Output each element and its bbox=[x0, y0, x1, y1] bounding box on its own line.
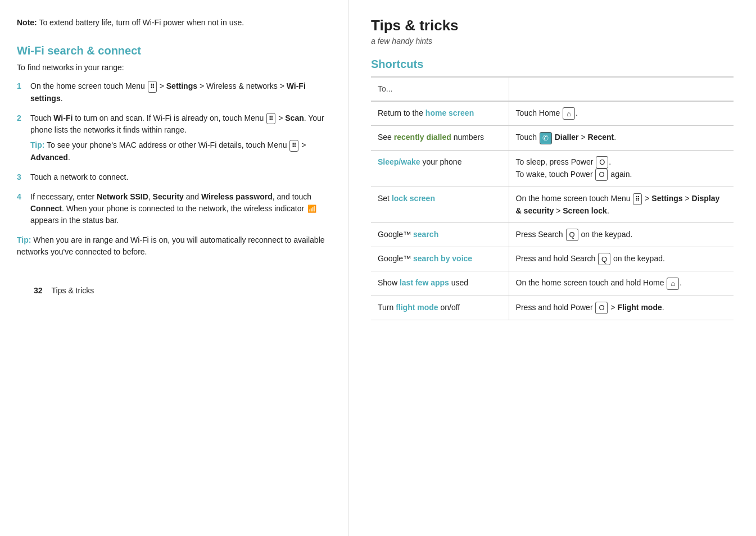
step-content-3: Touch a network to connect. bbox=[30, 171, 325, 183]
keyword-google-search: search bbox=[413, 230, 438, 239]
desc-google-search-voice: Press and hold Search Q on the keypad. bbox=[509, 247, 734, 271]
desc-lock-screen: On the home screen touch Menu ⠿ > Settin… bbox=[509, 187, 734, 223]
table-header-row: To... bbox=[371, 77, 734, 101]
step-num-4: 4 bbox=[17, 191, 26, 226]
action-sleep-wake: Sleep/wake your phone bbox=[371, 150, 509, 187]
keyword-flight-mode: flight mode bbox=[396, 303, 438, 312]
desc-last-few-apps: On the home screen touch and hold Home ⌂… bbox=[509, 271, 734, 296]
menu-icon-tip: ⠿ bbox=[289, 140, 298, 152]
table-row: Google™ search by voice Press and hold S… bbox=[371, 247, 734, 271]
desc-flight-mode: Press and hold Power O > Flight mode. bbox=[509, 296, 734, 320]
action-lock-screen: Set lock screen bbox=[371, 187, 509, 223]
step-content-2: Touch Wi-Fi to turn on and scan. If Wi-F… bbox=[30, 112, 325, 163]
power-icon-1: O bbox=[596, 156, 608, 169]
action-recently-dialled: See recently dialled numbers bbox=[371, 126, 509, 150]
note-block: Note: To extend battery life, turn off W… bbox=[17, 17, 325, 29]
note-label: Note: bbox=[17, 18, 37, 27]
wifi-section-subtitle: To find networks in your range: bbox=[17, 62, 325, 74]
home-icon-1: ⌂ bbox=[563, 107, 575, 120]
action-google-search: Google™ search bbox=[371, 222, 509, 247]
table-row: Set lock screen On the home screen touch… bbox=[371, 187, 734, 223]
step-content-4: If necessary, enter Network SSID, Securi… bbox=[30, 191, 325, 226]
col-header-action: To... bbox=[371, 77, 509, 101]
action-last-few-apps: Show last few apps used bbox=[371, 271, 509, 296]
table-row: Sleep/wake your phone To sleep, press Po… bbox=[371, 150, 734, 187]
table-row: Google™ search Press Search Q on the key… bbox=[371, 222, 734, 247]
wifi-icon: 📶 bbox=[307, 203, 316, 215]
right-panel: Tips & tricks a few handy hints Shortcut… bbox=[348, 0, 756, 536]
search-icon-1: Q bbox=[566, 229, 578, 241]
table-row: See recently dialled numbers Touch ✆ Dia… bbox=[371, 126, 734, 150]
final-tip-label: Tip: bbox=[17, 235, 31, 244]
desc-recently-dialled: Touch ✆ Dialler > Recent. bbox=[509, 126, 734, 150]
keyword-last-few-apps: last few apps bbox=[400, 278, 449, 287]
table-row: Turn flight mode on/off Press and hold P… bbox=[371, 296, 734, 320]
action-google-search-voice: Google™ search by voice bbox=[371, 247, 509, 271]
keyword-home: home screen bbox=[425, 108, 474, 117]
final-tip: Tip: When you are in range and Wi-Fi is … bbox=[17, 234, 325, 258]
page-footer: 32 Tips & tricks bbox=[34, 286, 342, 295]
table-row: Return to the home screen Touch Home ⌂. bbox=[371, 101, 734, 126]
desc-home-screen: Touch Home ⌂. bbox=[509, 101, 734, 126]
keyword-search-voice: search by voice bbox=[413, 254, 472, 263]
shortcuts-heading: Shortcuts bbox=[371, 58, 734, 71]
note-text: To extend battery life, turn off Wi-Fi p… bbox=[39, 18, 244, 27]
desc-sleep-wake: To sleep, press Power O. To wake, touch … bbox=[509, 150, 734, 187]
desc-google-search: Press Search Q on the keypad. bbox=[509, 222, 734, 247]
tips-title: Tips & tricks bbox=[371, 17, 734, 34]
left-panel: Note: To extend battery life, turn off W… bbox=[0, 0, 348, 536]
table-row: Show last few apps used On the home scre… bbox=[371, 271, 734, 296]
action-flight-mode: Turn flight mode on/off bbox=[371, 296, 509, 320]
menu-icon-1: ⠿ bbox=[148, 81, 157, 93]
search-icon-2: Q bbox=[598, 253, 610, 265]
keyword-recently-dialled: recently dialled bbox=[394, 133, 451, 142]
step-2: 2 Touch Wi-Fi to turn on and scan. If Wi… bbox=[17, 112, 325, 163]
step-num-1: 1 bbox=[17, 80, 26, 105]
tips-subtitle: a few handy hints bbox=[371, 37, 734, 46]
step-1: 1 On the home screen touch Menu ⠿ > Sett… bbox=[17, 80, 325, 105]
menu-icon-lock: ⠿ bbox=[633, 193, 642, 205]
page-number: 32 bbox=[34, 286, 43, 295]
tip-2: Tip: To see your phone's MAC address or … bbox=[30, 139, 325, 163]
home-icon-2: ⌂ bbox=[667, 278, 679, 290]
steps-list: 1 On the home screen touch Menu ⠿ > Sett… bbox=[17, 80, 325, 226]
step-content-1: On the home screen touch Menu ⠿ > Settin… bbox=[30, 80, 325, 105]
step-4: 4 If necessary, enter Network SSID, Secu… bbox=[17, 191, 325, 226]
menu-icon-2: ⠿ bbox=[266, 113, 275, 125]
shortcuts-table: To... Return to the home screen Touch Ho… bbox=[371, 76, 734, 320]
step-num-2: 2 bbox=[17, 112, 26, 163]
power-icon-2: O bbox=[595, 169, 608, 181]
action-home-screen: Return to the home screen bbox=[371, 101, 509, 126]
phone-icon: ✆ bbox=[540, 132, 552, 144]
wifi-section-title: Wi-Fi search & connect bbox=[17, 44, 325, 57]
step-3: 3 Touch a network to connect. bbox=[17, 171, 325, 183]
keyword-lock-screen: lock screen bbox=[392, 194, 435, 203]
col-header-description bbox=[509, 77, 734, 101]
keyword-sleep-wake: Sleep/wake bbox=[378, 157, 420, 166]
power-icon-3: O bbox=[595, 302, 608, 314]
step-num-3: 3 bbox=[17, 171, 26, 183]
footer-label: Tips & tricks bbox=[52, 286, 94, 295]
tip-label-2: Tip: bbox=[30, 140, 44, 149]
